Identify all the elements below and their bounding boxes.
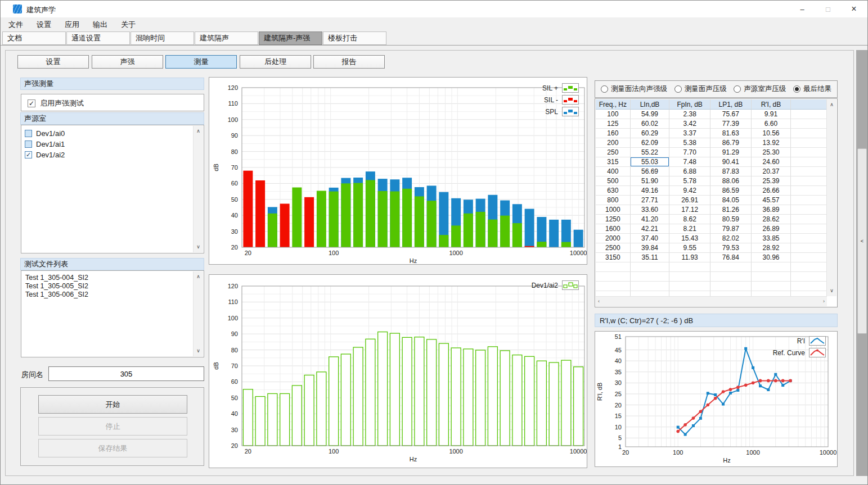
table-cell-0-0[interactable]: 100 [596, 110, 631, 119]
channel-checkbox-2[interactable]: ✓ [25, 151, 32, 158]
enable-intensity-checkbox[interactable]: ✓ [28, 99, 35, 107]
radio-option-0[interactable]: 测量面法向声强级 [601, 84, 667, 94]
table-cell-9-2[interactable]: 26.91 [669, 196, 710, 205]
table-cell-7-5[interactable] [791, 176, 827, 186]
save-results-button[interactable]: 保存结果 [38, 439, 187, 457]
table-cell-14-3[interactable]: 79.53 [710, 243, 752, 253]
table-cell-4-1[interactable]: 55.22 [631, 148, 670, 157]
menu-item-3[interactable]: 输出 [86, 17, 114, 32]
radio-dot-2[interactable] [734, 85, 741, 93]
table-cell-3-2[interactable]: 5.38 [669, 138, 710, 148]
table-cell-9-1[interactable]: 27.71 [631, 196, 670, 205]
table-cell-6-3[interactable]: 87.83 [710, 167, 752, 176]
table-cell-12-1[interactable]: 42.21 [631, 224, 670, 234]
table-cell-10-4[interactable]: 36.89 [752, 205, 791, 215]
channel-item-1[interactable]: Dev1/ai1 [25, 139, 65, 149]
table-cell-15-2[interactable]: 11.93 [669, 253, 710, 262]
radio-dot-0[interactable] [601, 85, 608, 93]
table-cell-12-4[interactable]: 26.89 [752, 224, 791, 234]
table-cell-1-0[interactable]: 125 [596, 119, 631, 129]
channel-checkbox-1[interactable] [25, 140, 32, 148]
table-cell-5-5[interactable] [791, 157, 827, 167]
scroll-left-icon[interactable]: ‹ [598, 297, 600, 306]
table-cell-0-2[interactable]: 2.38 [669, 110, 710, 119]
menu-item-2[interactable]: 应用 [58, 17, 86, 32]
table-cell-8-2[interactable]: 9.42 [669, 186, 710, 196]
table-cell-6-0[interactable]: 400 [596, 167, 631, 176]
main-tab-0[interactable]: 文档 [2, 31, 66, 45]
maximize-button[interactable]: □ [815, 1, 841, 17]
table-cell-10-0[interactable]: 1000 [596, 205, 631, 215]
main-tab-2[interactable]: 混响时间 [131, 31, 194, 45]
radio-dot-1[interactable] [674, 85, 682, 93]
table-cell-11-0[interactable]: 1250 [596, 215, 631, 224]
table-cell-12-3[interactable]: 79.87 [710, 224, 752, 234]
table-cell-5-3[interactable]: 90.41 [710, 157, 752, 167]
table-cell-9-0[interactable]: 800 [596, 196, 631, 205]
menu-item-4[interactable]: 关于 [114, 17, 142, 32]
table-cell-9-4[interactable]: 45.57 [752, 196, 791, 205]
table-cell-3-1[interactable]: 62.09 [631, 138, 670, 148]
table-cell-14-1[interactable]: 39.84 [631, 243, 670, 253]
sub-tab-4[interactable]: 报告 [313, 55, 385, 69]
table-cell-3-4[interactable]: 13.92 [752, 138, 791, 148]
table-cell-14-4[interactable]: 28.92 [752, 243, 791, 253]
table-cell-14-0[interactable]: 2500 [596, 243, 631, 253]
table-cell-13-2[interactable]: 15.43 [669, 234, 710, 243]
scroll-down-icon[interactable]: ∨ [194, 347, 203, 355]
table-cell-13-3[interactable]: 82.02 [710, 234, 752, 243]
channel-list-scrollbar[interactable]: ∧ ∨ [193, 126, 203, 252]
table-cell-1-4[interactable]: 6.60 [752, 119, 791, 129]
table-cell-3-0[interactable]: 200 [596, 138, 631, 148]
close-button[interactable]: × [841, 1, 867, 17]
minimize-button[interactable]: – [789, 1, 815, 17]
table-cell-15-5[interactable] [791, 253, 827, 262]
main-tab-4[interactable]: 建筑隔声-声强 [259, 31, 322, 45]
table-cell-9-5[interactable] [791, 196, 827, 205]
table-cell-15-1[interactable]: 35.11 [631, 253, 670, 262]
table-cell-4-0[interactable]: 250 [596, 148, 631, 157]
table-vertical-scrollbar[interactable]: ∧ ∨ [826, 99, 836, 296]
file-list-scrollbar[interactable]: ∧ ∨ [193, 271, 203, 356]
test-file-item-2[interactable]: Test 1_305-006_SI2 [25, 290, 88, 298]
table-cell-5-2[interactable]: 7.48 [669, 157, 710, 167]
table-cell-0-4[interactable]: 9.91 [752, 110, 791, 119]
table-cell-14-2[interactable]: 9.55 [669, 243, 710, 253]
table-cell-12-0[interactable]: 1600 [596, 224, 631, 234]
table-cell-1-2[interactable]: 3.42 [669, 119, 710, 129]
table-cell-8-5[interactable] [791, 186, 827, 196]
sub-tab-1[interactable]: 声强 [92, 55, 163, 69]
table-cell-10-5[interactable] [791, 205, 827, 215]
collapse-panel-handle[interactable]: < [857, 148, 867, 334]
table-cell-5-0[interactable]: 315 [596, 157, 631, 167]
scroll-up-icon[interactable]: ∧ [194, 273, 203, 281]
sub-tab-0[interactable]: 设置 [17, 55, 89, 69]
table-cell-13-0[interactable]: 2000 [596, 234, 631, 243]
table-cell-2-5[interactable] [791, 129, 827, 138]
table-cell-2-4[interactable]: 10.56 [752, 129, 791, 138]
scroll-down-icon[interactable]: ∨ [827, 287, 836, 295]
start-button[interactable]: 开始 [38, 395, 187, 414]
radio-dot-3[interactable] [793, 85, 800, 93]
table-cell-7-2[interactable]: 5.78 [669, 176, 710, 186]
menu-item-1[interactable]: 设置 [30, 17, 58, 32]
table-cell-6-5[interactable] [791, 167, 827, 176]
table-horizontal-scrollbar[interactable]: ‹ › [596, 296, 827, 306]
table-cell-13-5[interactable] [791, 234, 827, 243]
table-cell-13-1[interactable]: 37.40 [631, 234, 670, 243]
table-cell-14-5[interactable] [791, 243, 827, 253]
radio-option-2[interactable]: 声源室声压级 [734, 84, 786, 94]
room-name-input[interactable] [48, 366, 204, 381]
table-cell-7-3[interactable]: 88.06 [710, 176, 752, 186]
table-cell-8-1[interactable]: 49.16 [631, 186, 670, 196]
table-cell-5-4[interactable]: 24.60 [752, 157, 791, 167]
table-cell-6-1[interactable]: 56.69 [631, 167, 670, 176]
table-cell-6-4[interactable]: 20.37 [752, 167, 791, 176]
table-cell-0-1[interactable]: 54.99 [631, 110, 670, 119]
table-cell-2-3[interactable]: 81.63 [710, 129, 752, 138]
main-tab-5[interactable]: 楼板打击 [323, 31, 386, 45]
scroll-down-icon[interactable]: ∨ [194, 243, 203, 251]
table-cell-2-1[interactable]: 60.29 [631, 129, 670, 138]
sub-tab-2[interactable]: 测量 [165, 55, 237, 69]
table-cell-10-3[interactable]: 81.26 [710, 205, 752, 215]
